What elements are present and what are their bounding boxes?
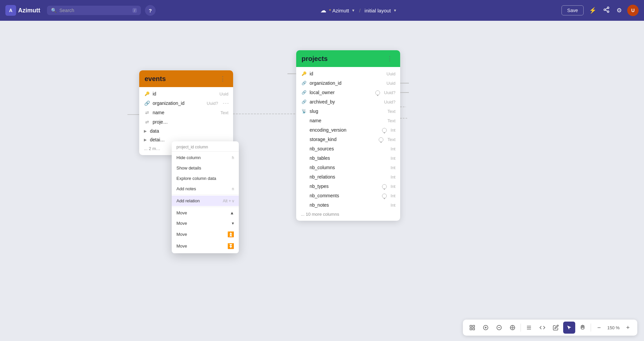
comment-icon: [375, 90, 380, 95]
left-connector: [287, 73, 296, 74]
user-avatar[interactable]: U: [627, 5, 639, 16]
divider: [172, 195, 239, 195]
project-name: Azimutt: [332, 8, 349, 13]
table-row[interactable]: ⇄ name Text: [139, 108, 233, 117]
table-row[interactable]: nb_notes Int: [296, 200, 400, 210]
unsaved-indicator: *: [329, 8, 331, 13]
ctx-hide-column[interactable]: Hide column h: [172, 152, 239, 163]
zoom-in-button[interactable]: [480, 322, 492, 334]
comment-icon: [379, 137, 383, 142]
table-row[interactable]: 🔗 archived_by Uuid?: [296, 97, 400, 107]
sort-icon: ⇄: [144, 119, 150, 125]
projects-table: projects ⋮ 🔑 id Uuid 🔗 organization_id U…: [296, 50, 400, 221]
logo-text: Azimutt: [18, 7, 40, 14]
search-bar[interactable]: 🔍 /: [47, 6, 141, 15]
table-row[interactable]: nb_comments Int: [296, 191, 400, 200]
project-selector[interactable]: * Azimutt ▼: [329, 8, 355, 13]
projects-table-header: projects ⋮: [296, 50, 400, 67]
zoom-out-button[interactable]: [493, 322, 505, 334]
table-row[interactable]: nb_types Int: [296, 182, 400, 191]
settings-button[interactable]: ⚙: [615, 5, 623, 15]
zoom-increase-button[interactable]: +: [622, 322, 634, 334]
table-row[interactable]: nb_relations Int: [296, 172, 400, 182]
context-menu: project_id column Hide column h Show det…: [172, 141, 239, 253]
lightning-button[interactable]: ⚡: [588, 5, 598, 15]
table-row[interactable]: ⇄ proje…: [139, 117, 233, 127]
fk-icon: 🔗: [301, 80, 307, 86]
help-button[interactable]: ?: [145, 5, 156, 16]
projects-table-menu-button[interactable]: ⋮: [385, 54, 395, 63]
table-row[interactable]: 🔗 local_owner Uuid?: [296, 88, 400, 97]
table-row[interactable]: 🔑 id Uuid: [139, 89, 233, 98]
svg-point-2: [607, 11, 609, 12]
svg-point-1: [604, 9, 606, 10]
ctx-move-down[interactable]: Move ▾: [172, 218, 239, 228]
expand-icon: ▶: [144, 129, 147, 133]
key-icon: 🔑: [144, 91, 150, 97]
search-shortcut: /: [132, 8, 137, 13]
save-button[interactable]: Save: [561, 5, 584, 15]
cursor-button[interactable]: [563, 322, 575, 334]
projects-table-title: projects: [302, 55, 328, 63]
table-row[interactable]: 🔗 organization_id Uuid? - - -: [139, 98, 233, 108]
search-icon: 🔍: [51, 8, 57, 13]
cloud-icon: ☁: [320, 7, 326, 14]
share-button[interactable]: [602, 5, 611, 16]
separator: [521, 324, 521, 332]
hand-button[interactable]: [577, 322, 589, 334]
ctx-move-top[interactable]: Move ⏫: [172, 228, 239, 240]
separator: [591, 324, 591, 332]
antenna-icon: 📡: [301, 108, 307, 114]
zoom-decrease-button[interactable]: −: [593, 322, 605, 334]
bottom-toolbar: − 150 % +: [463, 320, 637, 336]
sort-icon: ⇄: [144, 110, 150, 116]
top-navigation: A Azimutt 🔍 / ? ☁ * Azimutt ▼ / initial …: [0, 0, 644, 21]
events-table-header: events ⋮: [139, 70, 233, 87]
nav-right: Save ⚡ ⚙ U: [561, 5, 639, 16]
svg-point-19: [512, 327, 514, 329]
svg-line-4: [605, 8, 607, 9]
divider: [172, 151, 239, 152]
table-row[interactable]: encoding_version Int: [296, 125, 400, 135]
fk-icon: 🔗: [301, 99, 307, 105]
ctx-add-notes[interactable]: Add notes n: [172, 184, 239, 194]
list-view-button[interactable]: [523, 322, 535, 334]
code-view-button[interactable]: [536, 322, 548, 334]
table-row[interactable]: 🔑 id Uuid: [296, 69, 400, 78]
ctx-move-up[interactable]: Move ▲: [172, 208, 239, 218]
right-connector: [400, 92, 409, 93]
events-table-menu-button[interactable]: ⋮: [218, 74, 228, 83]
key-icon: 🔑: [301, 71, 307, 77]
ctx-show-details[interactable]: Show details: [172, 163, 239, 173]
layout-selector[interactable]: initial layout ▼: [365, 8, 397, 13]
logo[interactable]: A Azimutt: [5, 5, 40, 16]
table-row[interactable]: ▶ data: [139, 127, 233, 135]
comment-icon: [382, 128, 387, 133]
ctx-move-bottom[interactable]: Move ⏬: [172, 240, 239, 252]
fit-view-button[interactable]: [466, 322, 478, 334]
table-row[interactable]: name Text: [296, 116, 400, 125]
svg-point-0: [607, 7, 609, 8]
table-row[interactable]: 📡 slug Text: [296, 107, 400, 116]
more-columns-label: ... 10 more columns: [296, 210, 400, 219]
nav-center: ☁ * Azimutt ▼ / initial layout ▼: [160, 7, 557, 14]
svg-rect-13: [473, 328, 475, 330]
table-row[interactable]: nb_tables Int: [296, 153, 400, 163]
table-row[interactable]: 🔗 organization_id Uuid: [296, 78, 400, 88]
edit-button[interactable]: [550, 322, 562, 334]
search-input[interactable]: [59, 8, 130, 13]
fk-icon: 🔗: [144, 100, 150, 106]
ctx-add-relation[interactable]: Add relation Alt + v: [172, 196, 239, 206]
table-row[interactable]: nb_sources Int: [296, 144, 400, 153]
table-row[interactable]: storage_kind Text: [296, 135, 400, 144]
comment-icon: [382, 194, 387, 198]
center-button[interactable]: [506, 322, 519, 334]
ctx-explore-data[interactable]: Explore column data: [172, 173, 239, 184]
svg-rect-10: [470, 325, 472, 327]
breadcrumb-separator: /: [359, 8, 361, 13]
fk-icon: 🔗: [301, 89, 307, 95]
layout-name: initial layout: [365, 8, 391, 13]
svg-rect-11: [473, 325, 475, 327]
table-row[interactable]: nb_columns Int: [296, 163, 400, 172]
projects-table-body: 🔑 id Uuid 🔗 organization_id Uuid 🔗 local…: [296, 67, 400, 221]
